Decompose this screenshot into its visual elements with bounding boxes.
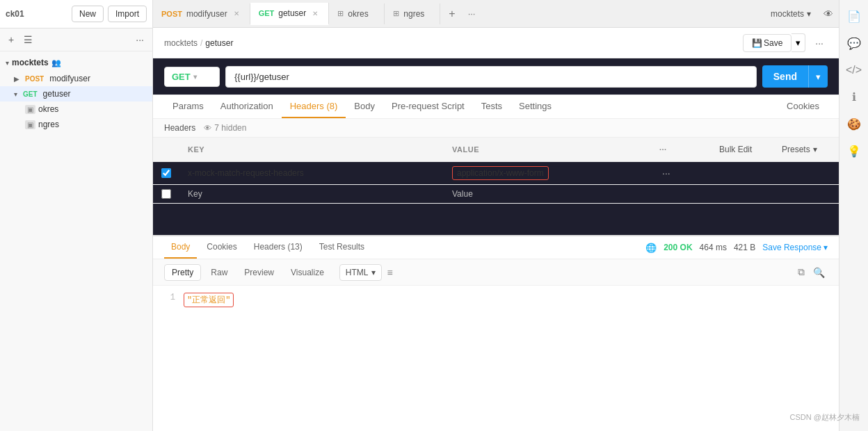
- save-arrow-button[interactable]: ▾: [791, 33, 805, 52]
- sidebar-item-getuser[interactable]: ▾ GET getuser: [0, 86, 152, 101]
- main-content: POST modifyuser ✕ GET getuser ✕ ⊞ okres …: [153, 0, 839, 431]
- format-icons-right: ⧉ 🔍: [795, 263, 828, 281]
- method-selector[interactable]: GET ▾: [164, 67, 220, 87]
- item-name-modifyuser: modifyuser: [49, 74, 90, 83]
- res-tab-cookies[interactable]: Cookies: [200, 236, 243, 259]
- tab-tests[interactable]: Tests: [473, 95, 511, 118]
- res-tab-headers[interactable]: Headers (13): [247, 236, 310, 259]
- tab-close-getuser[interactable]: ✕: [310, 9, 320, 18]
- tab-bar: POST modifyuser ✕ GET getuser ✕ ⊞ okres …: [153, 0, 839, 28]
- search-icon[interactable]: 🔍: [810, 263, 828, 281]
- method-value: GET: [172, 72, 191, 82]
- rs-info-icon[interactable]: ℹ: [848, 86, 860, 108]
- tab-label-modifyuser: modifyuser: [186, 9, 227, 19]
- tab-body[interactable]: Body: [346, 95, 383, 118]
- presets-button[interactable]: Presets ▾: [778, 143, 821, 156]
- tab-label-getuser: getuser: [278, 8, 306, 18]
- wrap-icon[interactable]: ≡: [385, 264, 396, 281]
- item-name-getuser: getuser: [43, 89, 71, 99]
- headers-table-header-row: KEY VALUE ··· Bulk Edit Presets ▾: [153, 138, 839, 162]
- row-checkbox[interactable]: [161, 168, 171, 178]
- url-input[interactable]: [225, 66, 757, 88]
- tab-cookies[interactable]: Cookies: [778, 95, 828, 118]
- tab-getuser[interactable]: GET getuser ✕: [250, 3, 330, 25]
- send-arrow-button[interactable]: ▾: [808, 65, 828, 88]
- col-key: KEY: [179, 138, 444, 162]
- tab-prerequest[interactable]: Pre-request Script: [383, 95, 473, 118]
- col-bulk-edit: Bulk Edit: [707, 138, 769, 162]
- response-size: 421 B: [734, 243, 755, 252]
- tab-params[interactable]: Params: [164, 95, 212, 118]
- eye-toggle-button[interactable]: 👁: [818, 6, 839, 22]
- add-icon[interactable]: +: [6, 33, 17, 47]
- empty-row: Key Value: [153, 185, 839, 204]
- right-sidebar: 📄 💬 </> ℹ 🍪 💡: [839, 0, 868, 431]
- rs-cookie-icon[interactable]: 🍪: [843, 113, 865, 135]
- method-caret: ▾: [193, 73, 197, 81]
- fmt-tab-visualize[interactable]: Visualize: [284, 265, 331, 280]
- workspace-selector[interactable]: mocktets ▾: [764, 9, 818, 19]
- tab-add-button[interactable]: +: [440, 2, 463, 26]
- collection-header[interactable]: ▾ mocktets 👥: [0, 54, 152, 71]
- code-line-1: 1 "正常返回": [164, 293, 828, 307]
- response-section: Body Cookies Headers (13) Test Results 🌐…: [153, 235, 839, 431]
- import-button[interactable]: Import: [108, 6, 147, 22]
- response-tabs-bar: Body Cookies Headers (13) Test Results 🌐…: [153, 236, 839, 259]
- row-value-highlighted: application/x-www-form: [452, 166, 549, 180]
- sidebar-items: ▾ mocktets 👥 ▶ POST modifyuser ▾ GET get…: [0, 51, 152, 431]
- col-checkbox: [153, 138, 179, 162]
- copy-icon[interactable]: ⧉: [795, 263, 807, 281]
- rs-comment-icon[interactable]: 💬: [843, 33, 865, 54]
- filter-icon[interactable]: ☰: [21, 33, 35, 47]
- tab-authorization[interactable]: Authorization: [212, 95, 282, 118]
- sub-icon-ngres: ▣: [25, 120, 35, 129]
- tab-more-button[interactable]: ···: [464, 3, 480, 24]
- res-tab-body[interactable]: Body: [164, 236, 197, 259]
- fmt-tab-pretty[interactable]: Pretty: [164, 264, 201, 281]
- tab-label-ngres: ngres: [403, 9, 424, 19]
- language-selector[interactable]: HTML ▾: [339, 264, 382, 281]
- rs-file-icon[interactable]: 📄: [843, 6, 865, 27]
- save-button[interactable]: 💾 Save: [743, 34, 791, 52]
- language-value: HTML: [346, 268, 369, 277]
- send-button[interactable]: Send: [762, 65, 808, 88]
- row-bulk-cell: [707, 162, 769, 185]
- sidebar-item-modifyuser[interactable]: ▶ POST modifyuser: [0, 71, 152, 86]
- tab-okres[interactable]: ⊞ okres: [329, 3, 385, 24]
- row-key-cell: x-mock-match-request-headers: [179, 162, 444, 185]
- language-caret: ▾: [371, 268, 376, 277]
- presets-caret: ▾: [813, 145, 817, 154]
- empty-checkbox[interactable]: [161, 189, 171, 199]
- sidebar-subitem-ngres[interactable]: ▣ ngres: [0, 117, 152, 132]
- tab-method-post: POST: [161, 10, 182, 18]
- hidden-headers-toggle[interactable]: 👁 7 hidden: [204, 123, 246, 133]
- col-presets: Presets ▾: [769, 138, 839, 162]
- bulk-edit-button[interactable]: Bulk Edit: [715, 143, 756, 156]
- tab-close-modifyuser[interactable]: ✕: [232, 9, 241, 18]
- sidebar-subitem-okres[interactable]: ▣ okres: [0, 101, 152, 117]
- empty-value-cell[interactable]: Value: [444, 185, 651, 204]
- empty-key-cell[interactable]: Key: [179, 185, 444, 204]
- tab-modifyuser[interactable]: POST modifyuser ✕: [153, 3, 250, 24]
- tab-ngres[interactable]: ⊞ ngres: [385, 3, 440, 24]
- row-more-button[interactable]: ···: [659, 166, 673, 180]
- header-more-button[interactable]: ···: [811, 35, 828, 51]
- sidebar-more-icon[interactable]: ···: [133, 33, 147, 47]
- code-content-1: "正常返回": [184, 293, 234, 307]
- key-placeholder: Key: [188, 189, 202, 199]
- response-code-area: 1 "正常返回": [153, 286, 839, 314]
- fmt-tab-raw[interactable]: Raw: [204, 265, 234, 280]
- rs-bulb-icon[interactable]: 💡: [843, 140, 865, 162]
- fmt-tab-preview[interactable]: Preview: [237, 265, 281, 280]
- new-button[interactable]: New: [72, 6, 104, 22]
- rs-code-icon[interactable]: </>: [842, 60, 866, 81]
- row-key-value: x-mock-match-request-headers: [188, 168, 304, 178]
- res-tab-test-results[interactable]: Test Results: [312, 236, 371, 259]
- sub-item-name-okres: okres: [38, 104, 58, 114]
- workspace-name: mocktets: [771, 9, 804, 19]
- method-badge-get: GET: [20, 90, 40, 99]
- breadcrumb-collection: mocktets: [164, 38, 198, 48]
- save-response-button[interactable]: Save Response ▾: [762, 243, 828, 252]
- tab-settings[interactable]: Settings: [511, 95, 560, 118]
- tab-headers[interactable]: Headers (8): [282, 95, 346, 118]
